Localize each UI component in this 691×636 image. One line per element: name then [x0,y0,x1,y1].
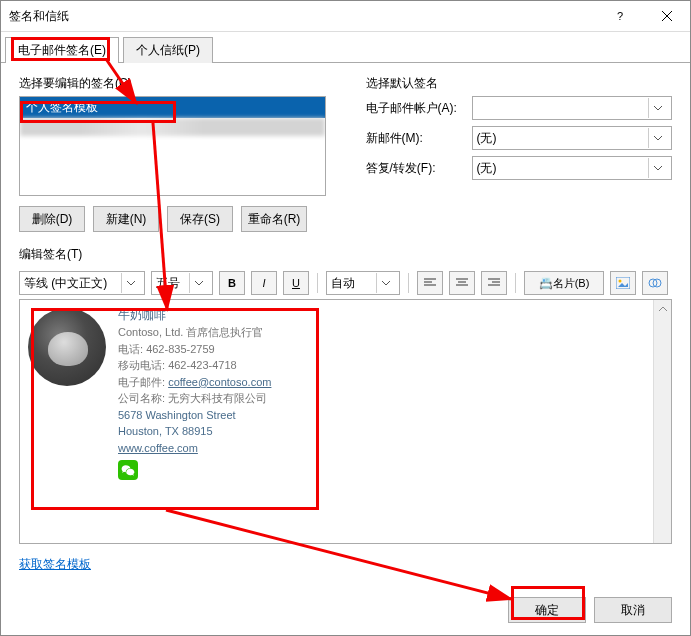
get-templates-link[interactable]: 获取签名模板 [19,556,672,573]
tab-personal-stationery[interactable]: 个人信纸(P) [123,37,213,63]
new-mail-label: 新邮件(M): [366,130,466,147]
help-button[interactable]: ? [598,1,644,31]
underline-button[interactable]: U [283,271,309,295]
website-link[interactable]: www.coffee.com [118,442,198,454]
rename-button[interactable]: 重命名(R) [241,206,307,232]
signature-text-block: 牛奶咖啡 Contoso, Ltd. 首席信息执行官 电话: 462-835-2… [114,300,275,543]
company-label: 公司名称: [118,392,168,404]
reply-label: 答复/转发(F): [366,160,466,177]
insert-image-button[interactable] [610,271,636,295]
align-left-button[interactable] [417,271,443,295]
ok-button[interactable]: 确定 [508,597,586,623]
reply-select[interactable]: (无) [472,156,673,180]
cancel-button[interactable]: 取消 [594,597,672,623]
company-value: 无穷大科技有限公司 [168,392,267,404]
window-title: 签名和信纸 [9,8,69,25]
font-select[interactable]: 等线 (中文正文) [19,271,145,295]
account-label: 电子邮件帐户(A): [366,100,466,117]
chevron-down-icon [648,158,667,178]
divider [317,273,318,293]
addr1: 5678 Washington Street [118,407,271,424]
account-select[interactable] [472,96,673,120]
signature-logo-image [28,308,106,386]
editor-scrollbar[interactable] [653,300,671,543]
wechat-icon [118,460,138,480]
mobile-value: 462-423-4718 [168,359,237,371]
chevron-down-icon [376,273,395,293]
phone-value: 462-835-2759 [146,343,215,355]
default-sig-label: 选择默认签名 [366,75,673,92]
signature-item-selected[interactable]: 个人签名模板 [20,97,325,118]
new-button[interactable]: 新建(N) [93,206,159,232]
size-select[interactable]: 五号 [151,271,213,295]
titlebar: 签名和信纸 ? [1,1,690,32]
email-label: 电子邮件: [118,376,168,388]
delete-button[interactable]: 删除(D) [19,206,85,232]
signature-editor[interactable]: 牛奶咖啡 Contoso, Ltd. 首席信息执行官 电话: 462-835-2… [19,299,672,544]
addr2: Houston, TX 88915 [118,423,271,440]
divider [408,273,409,293]
tab-email-signature[interactable]: 电子邮件签名(E) [5,37,119,63]
svg-text:?: ? [617,11,623,21]
save-button[interactable]: 保存(S) [167,206,233,232]
close-button[interactable] [644,1,690,31]
sig-name: 牛奶咖啡 [118,306,271,324]
select-edit-label: 选择要编辑的签名(C) [19,75,326,92]
chevron-down-icon [648,98,667,118]
align-center-button[interactable] [449,271,475,295]
new-mail-select[interactable]: (无) [472,126,673,150]
phone-label: 电话: [118,343,146,355]
edit-sig-label: 编辑签名(T) [19,246,672,263]
svg-point-13 [619,280,622,283]
email-link[interactable]: coffee@contoso.com [168,376,271,388]
divider [515,273,516,293]
signature-list[interactable]: 个人签名模板 hidden [19,96,326,196]
mobile-label: 移动电话: [118,359,168,371]
tabs: 电子邮件签名(E) 个人信纸(P) [1,36,690,63]
chevron-down-icon [189,273,208,293]
bold-button[interactable]: B [219,271,245,295]
editor-toolbar: 等线 (中文正文) 五号 B I U 自动 📇 名片(B) [19,267,672,299]
svg-rect-12 [616,277,630,289]
chevron-down-icon [648,128,667,148]
align-right-button[interactable] [481,271,507,295]
italic-button[interactable]: I [251,271,277,295]
sig-title: Contoso, Ltd. 首席信息执行官 [118,324,271,341]
insert-link-button[interactable] [642,271,668,295]
signature-item-blurred[interactable]: hidden [20,118,325,136]
scroll-up-icon[interactable] [654,300,671,317]
chevron-down-icon [121,273,140,293]
color-select[interactable]: 自动 [326,271,400,295]
business-card-button[interactable]: 📇 名片(B) [524,271,604,295]
